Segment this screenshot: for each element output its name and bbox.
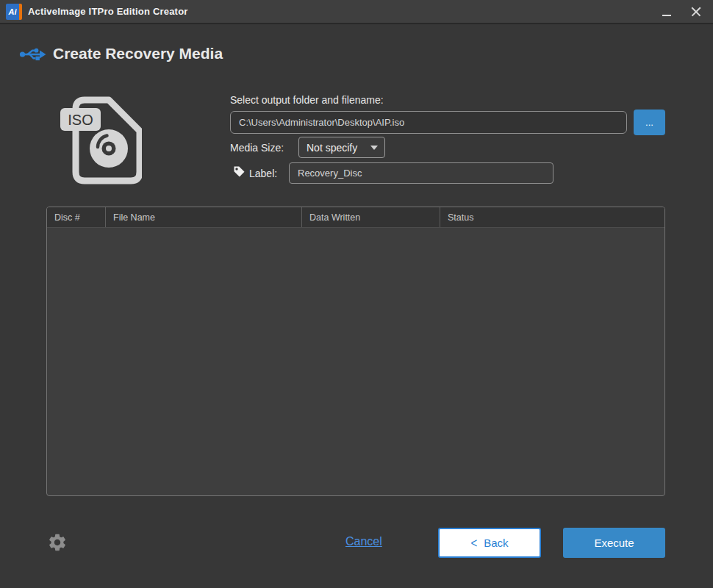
disc-table-body: [47, 228, 664, 496]
execute-button[interactable]: Execute: [563, 528, 665, 558]
close-button[interactable]: [684, 0, 709, 24]
output-folder-label: Select output folder and filename:: [230, 94, 384, 106]
chevron-down-icon: [370, 146, 378, 150]
app-logo-text: Ai: [9, 8, 17, 16]
disc-label-label: Label:: [249, 168, 277, 179]
column-header-file: File Name: [106, 207, 302, 227]
disc-table: Disc # File Name Data Written Status: [46, 207, 665, 496]
close-icon: [691, 7, 701, 17]
disc-table-header: Disc # File Name Data Written Status: [47, 207, 664, 228]
chevron-left-icon: <: [470, 535, 477, 551]
page-title: Create Recovery Media: [53, 45, 223, 62]
output-path-input[interactable]: [230, 111, 627, 134]
column-header-data: Data Written: [302, 207, 440, 227]
cancel-link[interactable]: Cancel: [345, 535, 382, 548]
tag-icon: [233, 165, 246, 178]
minimize-icon: [662, 15, 671, 16]
back-button[interactable]: < Back: [438, 528, 541, 558]
disc-label-input[interactable]: [289, 162, 553, 184]
app-logo-icon: Ai: [6, 4, 22, 20]
browse-button[interactable]: ...: [634, 110, 665, 135]
minimize-button[interactable]: [654, 0, 679, 24]
gear-icon: [47, 532, 68, 553]
media-size-label: Media Size:: [230, 142, 284, 154]
iso-file-icon: ISO: [60, 91, 142, 184]
column-header-disc: Disc #: [47, 207, 106, 227]
window-title: ActiveImage ITPro Edition Creator: [28, 0, 188, 24]
iso-badge-text: ISO: [68, 112, 93, 128]
settings-button[interactable]: [46, 532, 68, 554]
titlebar[interactable]: Ai ActiveImage ITPro Edition Creator: [0, 0, 713, 24]
column-header-status: Status: [440, 207, 664, 227]
app-window: Ai ActiveImage ITPro Edition Creator Cre…: [0, 0, 713, 588]
back-button-label: Back: [484, 537, 508, 549]
media-size-dropdown[interactable]: Not specify: [298, 137, 385, 158]
media-size-value: Not specify: [299, 142, 370, 154]
usb-icon: [19, 44, 47, 65]
